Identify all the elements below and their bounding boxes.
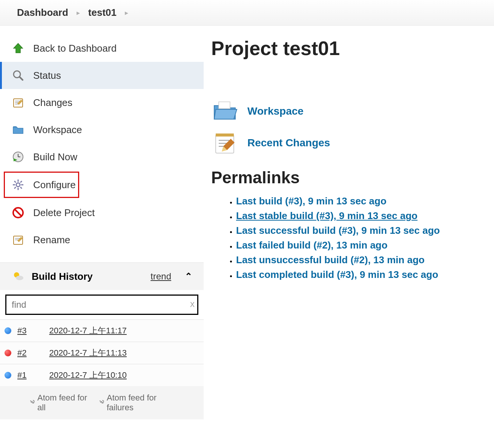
svg-line-16 (14, 187, 16, 189)
svg-rect-27 (216, 133, 234, 137)
atom-feed-all[interactable]: ༄Atom feed for all (30, 393, 88, 413)
rss-icon: ༄ (100, 398, 104, 408)
status-ball-icon (5, 372, 11, 379)
folder-icon (11, 123, 25, 137)
sidebar-item-label: Workspace (33, 124, 82, 136)
sidebar-item-back-to-dashboard[interactable]: Back to Dashboard (0, 35, 204, 62)
sidebar-item-label: Status (33, 70, 61, 81)
search-icon (11, 69, 25, 82)
build-timestamp-link[interactable]: 2020-12-7 上午11:17 (49, 325, 126, 336)
sidebar-item-label: Changes (33, 97, 72, 109)
sidebar-item-delete-project[interactable]: Delete Project (0, 199, 204, 226)
permalink[interactable]: Last failed build (#2), 13 min ago (236, 239, 388, 251)
svg-rect-25 (219, 102, 230, 109)
svg-line-15 (20, 187, 22, 189)
build-history-find-input[interactable] (5, 295, 198, 315)
recent-changes-link[interactable]: Recent Changes (247, 137, 330, 149)
build-history-panel: Build History trend ⌃ X #32020-12-7 上午11… (0, 262, 204, 419)
clock-play-icon (11, 150, 25, 164)
svg-point-24 (16, 276, 23, 280)
breadcrumb-separator: ▸ (125, 9, 128, 17)
up-arrow-icon (11, 41, 25, 55)
clear-find-icon[interactable]: X (190, 301, 195, 309)
atom-feed-failures[interactable]: ༄Atom feed for failures (100, 393, 173, 413)
main-content: Project test01 Workspace Recent Changes … (204, 26, 494, 448)
workspace-link-row: Workspace (211, 97, 486, 125)
folder-open-icon (211, 97, 239, 125)
svg-line-17 (20, 181, 22, 183)
page-title: Project test01 (211, 37, 486, 60)
sidebar-item-configure[interactable]: Configure (4, 172, 79, 198)
permalinks-heading: Permalinks (211, 168, 486, 187)
build-number-link[interactable]: #2 (17, 348, 26, 358)
weather-icon (11, 270, 25, 283)
permalinks-list: Last build (#3), 9 min 13 sec agoLast st… (211, 195, 486, 281)
permalink[interactable]: Last build (#3), 9 min 13 sec ago (236, 195, 387, 207)
recent-changes-link-row: Recent Changes (211, 129, 486, 157)
permalink[interactable]: Last successful build (#3), 9 min 13 sec… (236, 225, 440, 236)
build-timestamp-link[interactable]: 2020-12-7 上午11:13 (49, 347, 126, 359)
collapse-icon[interactable]: ⌃ (185, 271, 192, 282)
sidebar-item-status[interactable]: Status (0, 62, 204, 89)
sidebar-item-label: Rename (33, 234, 70, 246)
no-entry-icon (11, 206, 25, 219)
notepad-icon (11, 96, 25, 109)
sidebar-item-label: Back to Dashboard (33, 43, 117, 54)
gear-icon (11, 178, 25, 192)
sidebar-item-label: Configure (33, 179, 76, 191)
workspace-link[interactable]: Workspace (247, 105, 304, 117)
build-timestamp-link[interactable]: 2020-12-7 上午10:10 (49, 370, 126, 381)
build-row[interactable]: #12020-12-7 上午10:10 (0, 364, 204, 386)
svg-line-19 (15, 209, 21, 216)
sidebar-item-workspace[interactable]: Workspace (0, 116, 204, 143)
breadcrumb-separator: ▸ (77, 9, 80, 17)
breadcrumb-dashboard[interactable]: Dashboard (17, 7, 68, 18)
notepad-edit-large-icon (211, 129, 239, 157)
sidebar-item-build-now[interactable]: Build Now (0, 143, 204, 170)
build-number-link[interactable]: #3 (17, 326, 26, 336)
svg-point-9 (16, 183, 20, 187)
breadcrumb: Dashboard ▸ test01 ▸ (0, 0, 494, 26)
build-row[interactable]: #22020-12-7 上午11:13 (0, 342, 204, 364)
permalink[interactable]: Last unsuccessful build (#2), 13 min ago (236, 254, 425, 265)
rss-icon: ༄ (30, 398, 34, 408)
svg-line-14 (14, 181, 16, 183)
permalink[interactable]: Last stable build (#3), 9 min 13 sec ago (236, 210, 417, 221)
trend-link[interactable]: trend (150, 271, 171, 282)
svg-line-1 (20, 77, 23, 80)
sidebar-item-changes[interactable]: Changes (0, 89, 204, 116)
sidebar-item-rename[interactable]: Rename (0, 226, 204, 253)
permalink[interactable]: Last completed build (#3), 9 min 13 sec … (236, 269, 438, 280)
sidebar-item-label: Build Now (33, 151, 77, 163)
sidebar-item-label: Delete Project (33, 207, 95, 219)
build-row[interactable]: #32020-12-7 上午11:17 (0, 319, 204, 342)
build-number-link[interactable]: #1 (17, 370, 26, 380)
notepad-edit-icon (11, 233, 25, 247)
sidebar: Back to Dashboard Status Changes Workspa… (0, 26, 204, 448)
status-ball-icon (5, 327, 11, 334)
build-history-title: Build History (32, 271, 93, 282)
breadcrumb-project[interactable]: test01 (88, 7, 117, 18)
status-ball-icon (5, 350, 11, 356)
